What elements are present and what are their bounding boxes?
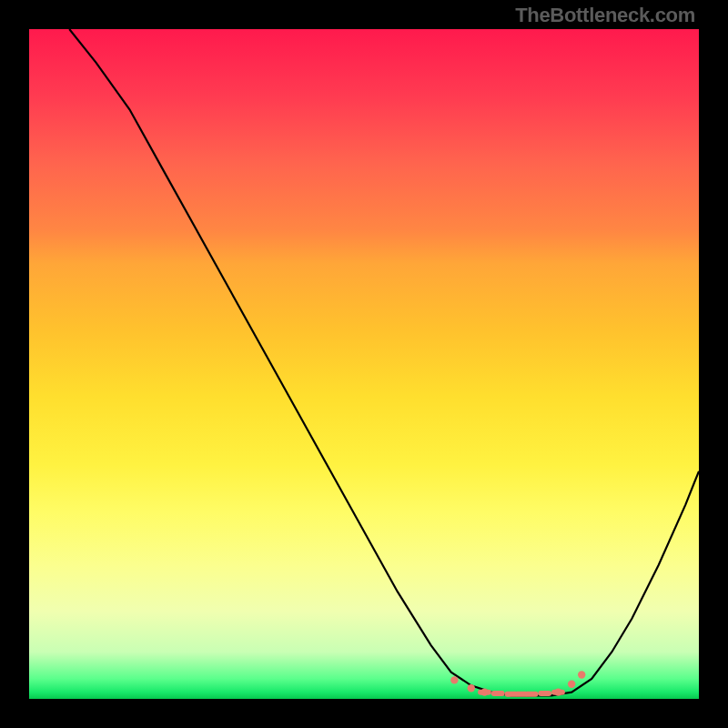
optimal-zone-dot xyxy=(578,671,585,678)
bottleneck-curve xyxy=(69,29,699,695)
optimal-zone-dot xyxy=(450,676,458,683)
optimal-zone-dot xyxy=(480,688,488,695)
optimal-zone-dot xyxy=(568,681,575,688)
chart-plot-area xyxy=(29,29,699,699)
optimal-zone-dot xyxy=(468,684,475,692)
watermark-text: TheBottleneck.com xyxy=(515,4,695,27)
optimal-zone-dot xyxy=(554,688,561,695)
bottleneck-curve-svg xyxy=(29,29,699,699)
optimal-zone-markers xyxy=(450,671,585,696)
